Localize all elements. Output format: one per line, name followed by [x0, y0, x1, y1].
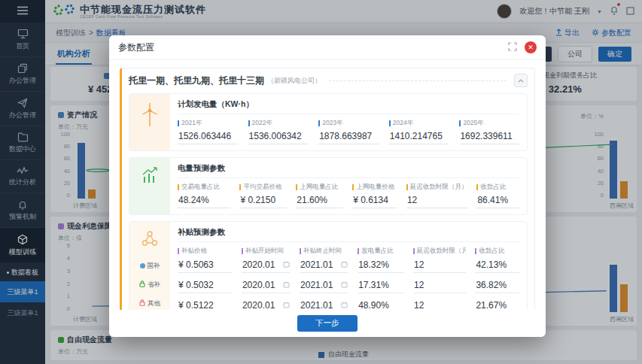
- modal-title: 参数配置: [118, 41, 154, 54]
- date-input[interactable]: 2021.01: [300, 299, 348, 310]
- value-input[interactable]: 1410.214765: [389, 130, 449, 144]
- value-input[interactable]: 1692.339611: [459, 130, 519, 144]
- block-title: 电量预测参数: [178, 161, 519, 178]
- field-delay-months: 延迟收款时限（月） 12: [406, 183, 468, 208]
- modal-header: 参数配置 ✕: [109, 35, 546, 60]
- calendar-icon: [283, 259, 290, 270]
- collapse-toggle-button[interactable]: [514, 74, 528, 87]
- block-power-forecast: 电量预测参数 交易电量占比 48.24% 平均交易价格 ¥ 0.2150: [129, 157, 528, 215]
- calendar-icon: [283, 280, 290, 290]
- value-input[interactable]: 48.24%: [178, 194, 230, 208]
- calendar-icon: [341, 280, 348, 290]
- subsidy-table: 补贴价格 补贴开始时间 补贴终止时间 发电量占比 延迟收款时限（月） 收款占比 …: [178, 247, 519, 310]
- field-collection-ratio: 收款占比 86.41%: [476, 183, 519, 208]
- block-title: 计划发电量（KW·h）: [178, 97, 519, 114]
- value-input[interactable]: ¥ 0.5122: [178, 299, 233, 310]
- field-trade-power-ratio: 交易电量占比 48.24%: [178, 183, 230, 208]
- date-input[interactable]: 2020.01: [242, 299, 291, 310]
- value-input[interactable]: 48.90%: [358, 299, 404, 310]
- screen: 首页 办公管理 办公管理 数据中心 统计分析 预警机制 模型训练 数据看板: [0, 0, 642, 364]
- value-input[interactable]: 17.31%: [358, 278, 404, 293]
- field-avg-trade-price: 平均交易价格 ¥ 0.2150: [239, 183, 287, 208]
- project-section-tuoli-1-9-13: 托里一期、托里九期、托里十三期 （新疆风电公司） 计划发电量（KW·h）: [120, 68, 535, 310]
- date-input[interactable]: 2020.01: [242, 258, 291, 273]
- calendar-icon: [341, 300, 348, 310]
- value-input[interactable]: 18.32%: [358, 258, 404, 273]
- field-grid-power-price: 上网电量价格 ¥ 0.6134: [352, 183, 397, 208]
- value-input[interactable]: ¥ 0.5063: [178, 258, 233, 273]
- block-subsidy-forecast: 国补 省补 其他 补贴预测参数: [129, 221, 528, 310]
- next-step-button[interactable]: 下一步: [297, 315, 358, 332]
- section-company: （新疆风电公司）: [267, 76, 321, 86]
- section-title: 托里一期、托里九期、托里十三期: [129, 74, 264, 87]
- value-input[interactable]: 1536.006342: [248, 130, 309, 144]
- value-input[interactable]: 12: [413, 278, 466, 293]
- value-input[interactable]: 86.41%: [476, 194, 519, 208]
- field-year-2024: 2024年 1410.214765: [389, 119, 449, 144]
- field-year-2025: 2025年 1692.339611: [459, 119, 519, 144]
- pink-lock-icon: [139, 299, 145, 308]
- block-title: 补贴预测参数: [178, 225, 519, 242]
- value-input[interactable]: ¥ 0.2150: [239, 194, 287, 208]
- field-year-2021: 2021年 1526.063446: [178, 119, 238, 144]
- value-input[interactable]: 12: [413, 258, 466, 273]
- block-planned-generation: 计划发电量（KW·h） 2021年 1526.063446 2022年 1536…: [129, 93, 528, 151]
- row-label-other: 其他: [139, 294, 160, 310]
- value-input[interactable]: 36.82%: [475, 278, 519, 293]
- value-input[interactable]: 1878.663987: [318, 130, 379, 144]
- green-lock-icon: [139, 281, 145, 289]
- field-year-2023: 2023年 1878.663987: [318, 119, 379, 144]
- row-label-national: 国补: [140, 256, 160, 275]
- value-input[interactable]: ¥ 0.5032: [178, 278, 233, 293]
- value-input[interactable]: ¥ 0.6134: [352, 194, 397, 208]
- date-input[interactable]: 2021.01: [300, 278, 348, 293]
- wind-turbine-icon: [129, 94, 170, 150]
- param-config-modal: 参数配置 ✕ 托里一期、托里九期、托里十三期 （新疆风电公司）: [109, 35, 546, 337]
- growth-chart-icon: [129, 158, 170, 214]
- date-input[interactable]: 2021.01: [300, 258, 348, 273]
- value-input[interactable]: 1526.063446: [178, 130, 238, 144]
- expand-icon[interactable]: [508, 41, 517, 54]
- field-grid-power-ratio: 上网电量占比 21.60%: [296, 183, 343, 208]
- close-icon[interactable]: ✕: [525, 41, 537, 53]
- modal-footer: 下一步: [109, 310, 546, 337]
- blue-dot-icon: [140, 263, 145, 268]
- calendar-icon: [283, 300, 290, 310]
- value-input[interactable]: 12: [406, 194, 468, 208]
- value-input[interactable]: 21.67%: [475, 299, 519, 310]
- network-icon: [140, 229, 160, 251]
- field-year-2022: 2022年 1536.006342: [248, 119, 309, 144]
- value-input[interactable]: 21.60%: [296, 194, 343, 208]
- value-input[interactable]: 12: [413, 299, 466, 310]
- subsidy-tile: 国补 省补 其他: [129, 222, 170, 310]
- value-input[interactable]: 42.13%: [475, 258, 519, 273]
- row-label-provincial: 省补: [139, 275, 160, 294]
- date-input[interactable]: 2020.01: [242, 278, 291, 293]
- calendar-icon: [341, 259, 348, 270]
- modal-body: 托里一期、托里九期、托里十三期 （新疆风电公司） 计划发电量（KW·h）: [109, 60, 546, 310]
- dashed-divider: [329, 80, 507, 81]
